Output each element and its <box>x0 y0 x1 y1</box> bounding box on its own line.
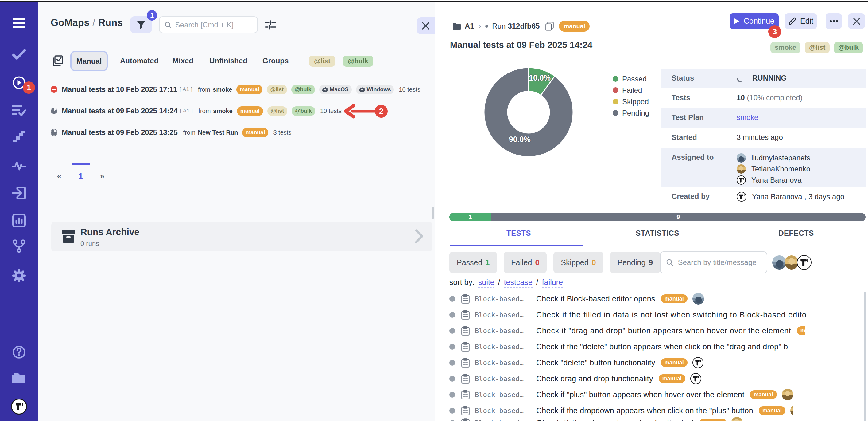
test-title[interactable]: Check drag and drop functionality <box>536 374 653 383</box>
sidebar-item-projects[interactable] <box>0 371 38 385</box>
tag-smoke[interactable]: smoke <box>770 42 801 53</box>
drawer-scrollbar-thumb[interactable] <box>864 292 866 421</box>
test-title[interactable]: Check "delete" button functionality <box>536 358 655 367</box>
run-title[interactable]: Manual tests at 09 Feb 2025 14:24 <box>62 107 178 115</box>
git-branch-icon <box>12 240 26 253</box>
sidebar-item-reports[interactable] <box>0 214 38 227</box>
project-search[interactable] <box>159 16 258 33</box>
test-tag-manual: manual <box>661 294 687 303</box>
test-title[interactable]: Check if "drag and drop" button appears … <box>536 326 791 335</box>
sidebar-item-settings[interactable] <box>0 269 38 283</box>
filter-tag-list[interactable]: @list <box>309 56 335 67</box>
test-row-2[interactable]: Block-based… Check if the filled in data… <box>445 307 863 322</box>
tab-manual[interactable]: Manual <box>70 51 108 71</box>
chip-failed[interactable]: Failed0 <box>504 252 547 273</box>
tab-groups[interactable]: Groups <box>262 57 288 65</box>
more-actions-button[interactable] <box>826 13 842 29</box>
test-suite[interactable]: Block-based… <box>475 375 530 383</box>
sidebar-item-test-plans[interactable] <box>0 104 38 117</box>
runs-annotation-badge: 1 <box>23 81 35 94</box>
test-title[interactable]: Check if the element can be duplicated <box>536 419 694 421</box>
run-tag-manual[interactable]: manual <box>242 128 268 137</box>
test-title[interactable]: Check if Block-based editor opens <box>536 294 655 303</box>
drawer-close-button[interactable] <box>848 13 865 29</box>
test-suite[interactable]: Block-based… <box>475 343 530 350</box>
tab-unfinished[interactable]: Unfinished <box>209 57 247 65</box>
test-title[interactable]: Check if the dropdown appears when click… <box>536 406 753 415</box>
left-scrollbar-thumb[interactable] <box>432 206 434 219</box>
test-suite[interactable]: Block-based… <box>475 295 530 303</box>
run-env-windows[interactable]: Windows <box>356 85 394 94</box>
copy-button[interactable] <box>545 22 554 31</box>
chip-pending[interactable]: Pending9 <box>610 252 660 273</box>
edit-button[interactable]: Edit <box>785 13 817 29</box>
select-all-button[interactable] <box>51 55 63 68</box>
pagination-prev[interactable]: « <box>53 171 65 181</box>
sort-by-failure[interactable]: failure <box>542 278 563 288</box>
test-suite[interactable]: Block-based… <box>475 407 530 415</box>
test-suite[interactable]: Block-based… <box>475 311 530 319</box>
run-tag-bulk[interactable]: @bulk <box>291 85 315 94</box>
test-row-6[interactable]: Block-based… Check drag and drop functio… <box>445 371 863 387</box>
chip-skipped[interactable]: Skipped0 <box>553 252 603 273</box>
test-suite[interactable]: Block-based… <box>475 391 530 399</box>
sort-controls: sort by: suite / testcase / failure <box>450 278 563 288</box>
detail-row-status: Status RUNNING <box>661 68 866 88</box>
breadcrumb-project[interactable]: GoMaps <box>51 17 89 28</box>
run-row-3[interactable]: Manual tests at 09 Feb 2025 13:25 from N… <box>51 125 291 140</box>
tab-mixed[interactable]: Mixed <box>173 57 193 65</box>
sidebar-item-tests[interactable] <box>0 48 38 61</box>
sidebar-item-milestones[interactable] <box>0 130 38 143</box>
run-env-macos[interactable]: MacOS <box>319 85 352 94</box>
tab-defects[interactable]: DEFECTS <box>727 229 866 237</box>
tests-search[interactable] <box>660 251 767 274</box>
test-suite[interactable]: Block-based… <box>475 419 530 421</box>
user-avatar[interactable] <box>11 399 27 415</box>
run-row-1[interactable]: Manual tests at 10 Feb 2025 17:11 [ A1 ]… <box>51 82 420 97</box>
run-title[interactable]: Manual tests at 09 Feb 2025 13:25 <box>62 128 178 137</box>
crumb-folder[interactable]: A1 <box>465 22 474 30</box>
search-input[interactable] <box>175 21 252 29</box>
test-row-1[interactable]: Block-based… Check if Block-based editor… <box>445 291 863 307</box>
test-row-9[interactable]: Block-based… Check if the element can be… <box>445 415 863 421</box>
test-row-5[interactable]: Block-based… Check "delete" button funct… <box>445 355 863 371</box>
run-tag-list[interactable]: @list <box>267 106 288 116</box>
run-tag-list[interactable]: @list <box>267 85 287 94</box>
sidebar-item-pulse[interactable] <box>0 159 38 172</box>
tag-list[interactable]: @list <box>805 42 830 53</box>
run-tag-bulk[interactable]: @bulk <box>291 106 315 116</box>
sidebar-item-help[interactable] <box>0 345 38 359</box>
tab-tests[interactable]: TESTS <box>450 229 588 237</box>
panel-close-button[interactable] <box>417 17 435 34</box>
tag-bulk[interactable]: @bulk <box>834 42 863 53</box>
test-row-3[interactable]: Block-based… Check if "drag and drop" bu… <box>445 322 863 339</box>
tab-automated[interactable]: Automated <box>120 57 158 65</box>
run-tag-manual[interactable]: manual <box>236 85 262 94</box>
plan-link[interactable]: smoke <box>737 113 758 123</box>
assignee-avatar[interactable] <box>797 255 811 270</box>
chip-passed[interactable]: Passed1 <box>450 252 497 273</box>
tests-search-input[interactable] <box>678 258 761 267</box>
sidebar-item-import[interactable] <box>0 187 38 199</box>
test-title[interactable]: Check if "plus" button appears when hove… <box>536 390 744 399</box>
test-title[interactable]: Check if the filled in data is not lost … <box>536 310 807 319</box>
run-title[interactable]: Manual tests at 10 Feb 2025 17:11 <box>62 85 177 94</box>
test-title[interactable]: Check if the "delete" button appears whe… <box>536 342 788 351</box>
run-tag-manual[interactable]: manual <box>237 106 263 116</box>
test-row-4[interactable]: Block-based… Check if the "delete" butto… <box>445 339 863 355</box>
sort-by-suite[interactable]: suite <box>478 278 494 288</box>
run-row-2[interactable]: Manual tests at 09 Feb 2025 14:24 [ A1 ]… <box>51 104 342 118</box>
tab-statistics[interactable]: STATISTICS <box>588 229 727 237</box>
test-row-7[interactable]: Block-based… Check if "plus" button appe… <box>445 387 863 402</box>
sidebar-item-branches[interactable] <box>0 240 38 253</box>
sidebar-menu-button[interactable] <box>0 17 38 29</box>
filter-tag-bulk[interactable]: @bulk <box>343 56 373 67</box>
pagination-next[interactable]: » <box>96 171 108 181</box>
sort-by-testcase[interactable]: testcase <box>504 278 532 288</box>
test-suite[interactable]: Block-based… <box>475 327 530 335</box>
test-assignee-avatar <box>731 417 743 421</box>
test-suite[interactable]: Block-based… <box>475 359 530 367</box>
folder-icon <box>11 371 27 385</box>
pagination-page-1[interactable]: 1 <box>74 171 87 181</box>
view-options-button[interactable] <box>264 18 278 32</box>
